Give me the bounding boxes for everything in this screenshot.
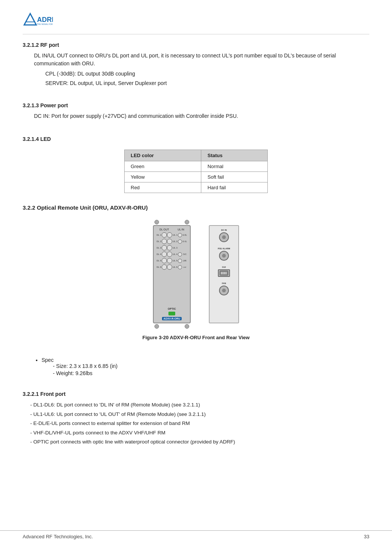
section-321-2-heading: 3.2.1.2 RF port	[23, 42, 369, 48]
oru-bottom-screws	[153, 324, 191, 329]
section-322-heading: 3.2.2 Optical Remote Unit (ORU, ADXV-R-O…	[23, 204, 369, 211]
dl3-port	[162, 245, 167, 250]
svg-rect-7	[224, 272, 225, 274]
fan-inner	[222, 289, 226, 292]
port-row-1: DL 1 UL 1 E-DL	[156, 232, 188, 238]
oru-rear-panel: DC IN PSU ALARM GUI	[209, 225, 239, 323]
led-color-cell: Green	[125, 161, 201, 172]
figure-caption: Figure 3-20 ADXV-R-ORU Front and Rear Vi…	[142, 335, 250, 340]
led-color-cell: Yellow	[125, 172, 201, 182]
led-table-row: GreenNormal	[125, 161, 268, 172]
lmk-label: LMK	[182, 260, 187, 262]
ul2-label: UL 2	[173, 240, 178, 243]
svg-text:ADRF: ADRF	[37, 16, 53, 23]
ul1-label: UL 1	[173, 234, 178, 236]
svg-text:THE SIGNAL FOR SUCCESS: THE SIGNAL FOR SUCCESS	[37, 23, 53, 25]
port-desc-item: - OPTIC port connects with optic line wi…	[30, 438, 369, 446]
psu-alarm-label: PSU ALARM	[218, 247, 230, 250]
dl5-label: DL 5	[156, 260, 162, 262]
port-desc-item: - UL1-UL6: UL port connect to 'UL OUT' o…	[30, 410, 369, 419]
dl4-label: DL 4	[156, 253, 162, 255]
service-label: SVC	[182, 253, 187, 255]
port-row-4: DL 4 UL 4 SVC	[156, 252, 188, 257]
footer-page-number: 33	[364, 534, 369, 539]
ul-in-label: UL IN	[177, 228, 184, 231]
ul3-port	[167, 245, 172, 250]
section-321-2-para1: DL IN/UL OUT connect to ORU's DL port an…	[34, 52, 369, 68]
spec-size: Size: 2.3 x 13.8 x 6.85 (in)	[53, 363, 369, 369]
psu-alarm-inner	[222, 254, 226, 258]
oru-bottom: OPTIC ADXV-R-ORU	[155, 307, 188, 320]
spec-bullet: Spec	[42, 357, 369, 363]
screw-bottom-right	[185, 324, 189, 329]
dl2-port	[162, 239, 167, 244]
oru-front-assembly: DL OUT UL IN DL 1 UL 1 E-DL DL 2	[153, 220, 191, 329]
psu-alarm-connector	[219, 251, 229, 261]
spec-list: Spec	[34, 357, 369, 363]
ul1-port	[167, 232, 172, 238]
figure-area: DL OUT UL IN DL 1 UL 1 E-DL DL 2	[23, 220, 369, 340]
port-desc-item: - E-DL/E-UL ports connect to external sp…	[30, 419, 369, 428]
dl5-port	[162, 258, 167, 263]
port-desc-item: - VHF-DL/VHF-UL ports connect to the ADX…	[30, 429, 369, 437]
oru-front-panel: DL OUT UL IN DL 1 UL 1 E-DL DL 2	[153, 225, 191, 323]
ul6-label: UL 6	[173, 266, 178, 268]
screw-top-right	[185, 220, 189, 224]
rear-dc-in: DC IN	[219, 229, 229, 242]
section-322-1-heading: 3.2.2.1 Front port	[23, 391, 369, 397]
oru-front-header: DL OUT UL IN	[155, 228, 188, 231]
section-321-3-heading: 3.2.1.3 Power port	[23, 102, 369, 108]
page: ADRF THE SIGNAL FOR SUCCESS 3.2.1.2 RF p…	[0, 0, 392, 488]
figure-images: DL OUT UL IN DL 1 UL 1 E-DL DL 2	[153, 220, 239, 329]
vhfrl-label: VHF	[182, 266, 187, 268]
fan-connector	[219, 286, 229, 295]
fan-label: FAN	[222, 282, 226, 284]
port-desc-item: - DL1-DL6: DL port connect to 'DL IN' of…	[30, 401, 369, 409]
footer: Advanced RF Technologies, Inc. 33	[0, 530, 392, 542]
svg-rect-5	[221, 272, 222, 274]
dl1-label: DL 1	[156, 234, 162, 236]
spacer-3	[178, 246, 182, 250]
ul2-port	[167, 239, 172, 244]
vhfrl-port	[178, 265, 182, 269]
dl1-port	[162, 232, 167, 238]
port-row-3: DL 3 UL 3	[156, 245, 188, 250]
led-table-row: RedHard fail	[125, 182, 268, 193]
service-port	[178, 252, 182, 256]
optic-label: OPTIC	[168, 307, 176, 310]
ul6-port	[167, 264, 172, 270]
ul4-port	[167, 252, 172, 257]
dc-in-label: DC IN	[221, 229, 227, 231]
rear-psu-alarm: PSU ALARM	[218, 247, 230, 261]
dc-in-inner	[222, 235, 226, 239]
dl6-label: DL 6	[156, 266, 162, 268]
led-table-col1-header: LED color	[125, 150, 201, 161]
port-row-2: DL 2 UL 2 E-UL	[156, 239, 188, 244]
rear-gui: GUI	[218, 266, 230, 277]
ul3-label: UL 3	[173, 247, 178, 249]
eul-port	[178, 239, 182, 244]
svg-rect-8	[225, 272, 227, 274]
led-table-row: YellowSoft fail	[125, 172, 268, 182]
oru-top-screws	[153, 220, 191, 224]
led-table: LED color Status GreenNormalYellowSoft f…	[124, 150, 268, 193]
port-descriptions: - DL1-DL6: DL port connect to 'DL IN' of…	[23, 401, 369, 446]
dl4-port	[162, 252, 167, 257]
dc-in-connector	[219, 232, 229, 242]
lmk-port	[178, 259, 182, 263]
led-status-cell: Normal	[201, 161, 268, 172]
screw-top-left	[154, 220, 159, 224]
dl6-port	[162, 264, 167, 270]
eul-label: E-UL	[182, 240, 187, 243]
spec-weight: Weight: 9.26lbs	[53, 370, 369, 376]
dl3-label: DL 3	[156, 247, 162, 249]
svg-rect-6	[222, 272, 224, 274]
port-row-5: DL 5 UL 5 LMK	[156, 258, 188, 263]
port-row-6: DL 6 UL 6 VHF	[156, 264, 188, 270]
rear-fan: FAN	[219, 282, 229, 295]
footer-company: Advanced RF Technologies, Inc.	[23, 534, 93, 539]
ul5-label: UL 5	[173, 260, 178, 262]
dl2-label: DL 2	[156, 240, 162, 243]
led-status-cell: Hard fail	[201, 182, 268, 193]
led-table-container: LED color Status GreenNormalYellowSoft f…	[23, 150, 369, 193]
